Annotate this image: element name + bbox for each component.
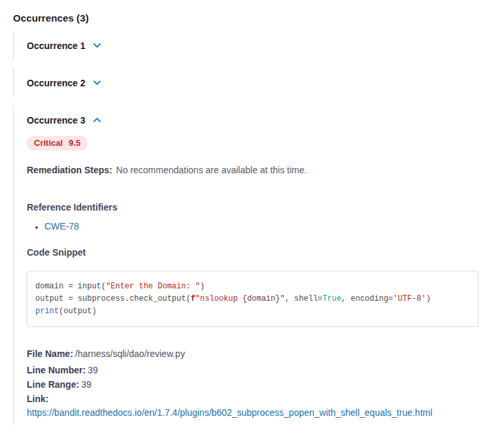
severity-label: Critical xyxy=(34,138,63,148)
reference-identifiers-heading: Reference Identifiers xyxy=(27,202,478,212)
code-token: ) xyxy=(200,282,205,291)
line-range-value: 39 xyxy=(81,379,92,390)
code-token: {domain} xyxy=(243,294,280,303)
file-name-label: File Name: xyxy=(27,348,73,359)
link-label: Link: xyxy=(27,394,48,404)
reference-identifiers-list: CWE-78 xyxy=(27,221,478,232)
occurrence-2-toggle[interactable]: Occurrence 2 xyxy=(27,76,102,90)
code-token: (output) xyxy=(59,307,97,316)
code-token: f xyxy=(191,294,195,303)
code-line: domain = input("Enter the Domain: ") xyxy=(35,280,470,293)
file-name-line: File Name:/harness/sqli/dao/review.py xyxy=(27,347,478,361)
code-token: ) xyxy=(426,294,431,303)
occurrence-1-toggle[interactable]: Occurrence 1 xyxy=(27,39,102,52)
code-token: output = subprocess.check_output( xyxy=(35,294,191,303)
occurrence-1-label: Occurrence 1 xyxy=(27,41,86,51)
code-snippet: domain = input("Enter the Domain: ")outp… xyxy=(27,271,479,327)
code-snippet-heading: Code Snippet xyxy=(27,247,478,258)
code-token: domain = input( xyxy=(35,282,106,291)
line-range-line: Line Range:39 xyxy=(27,378,478,392)
code-token: 'UTF-8' xyxy=(393,294,426,303)
line-number-value: 39 xyxy=(88,365,98,375)
list-item: CWE-78 xyxy=(44,221,478,232)
occurrence-3-toggle[interactable]: Occurrence 3 xyxy=(27,114,102,127)
code-token: , encoding= xyxy=(341,294,393,303)
code-token: True xyxy=(322,294,341,303)
code-line: output = subprocess.check_output(f"nsloo… xyxy=(35,293,470,305)
chevron-down-icon[interactable] xyxy=(92,78,102,90)
occurrence-1-section: Occurrence 1 xyxy=(13,31,478,60)
occurrences-panel: Occurrences (3) Occurrence 1 Occurrence … xyxy=(0,0,504,425)
severity-badge: Critical9.5 xyxy=(27,136,88,150)
code-token: , shell= xyxy=(285,294,323,303)
remediation-label: Remediation Steps: xyxy=(27,165,112,175)
occurrence-2-label: Occurrence 2 xyxy=(27,78,86,88)
page-title: Occurrences (3) xyxy=(13,12,478,24)
remediation-text: No recommendations are available at this… xyxy=(116,165,307,175)
file-name-value: /harness/sqli/dao/review.py xyxy=(75,348,185,359)
severity-score: 9.5 xyxy=(69,138,80,148)
chevron-down-icon[interactable] xyxy=(92,41,102,52)
line-number-label: Line Number: xyxy=(27,365,86,375)
link-line: Link: https://bandit.readthedocs.io/en/1… xyxy=(27,392,478,420)
code-snippet-lines: domain = input("Enter the Domain: ")outp… xyxy=(35,280,470,318)
code-token: "nslookup xyxy=(195,294,243,303)
code-token: print xyxy=(35,307,59,316)
chevron-up-icon[interactable] xyxy=(92,115,102,127)
occurrence-3-section: Occurrence 3 Critical9.5 Remediation Ste… xyxy=(13,106,478,425)
line-range-label: Line Range: xyxy=(27,379,79,390)
code-line: print(output) xyxy=(35,305,470,318)
code-token: " xyxy=(280,294,284,303)
code-token: "Enter the Domain: " xyxy=(106,282,200,291)
occurrence-metadata: File Name:/harness/sqli/dao/review.py Li… xyxy=(27,347,478,425)
line-number-line: Line Number:39 xyxy=(27,364,478,377)
bandit-doc-link[interactable]: https://bandit.readthedocs.io/en/1.7.4/p… xyxy=(27,407,432,418)
occurrence-2-section: Occurrence 2 xyxy=(13,69,478,97)
cwe-link[interactable]: CWE-78 xyxy=(44,221,79,231)
remediation-steps: Remediation Steps: No recommendations ar… xyxy=(27,164,478,177)
occurrence-3-label: Occurrence 3 xyxy=(27,115,86,126)
